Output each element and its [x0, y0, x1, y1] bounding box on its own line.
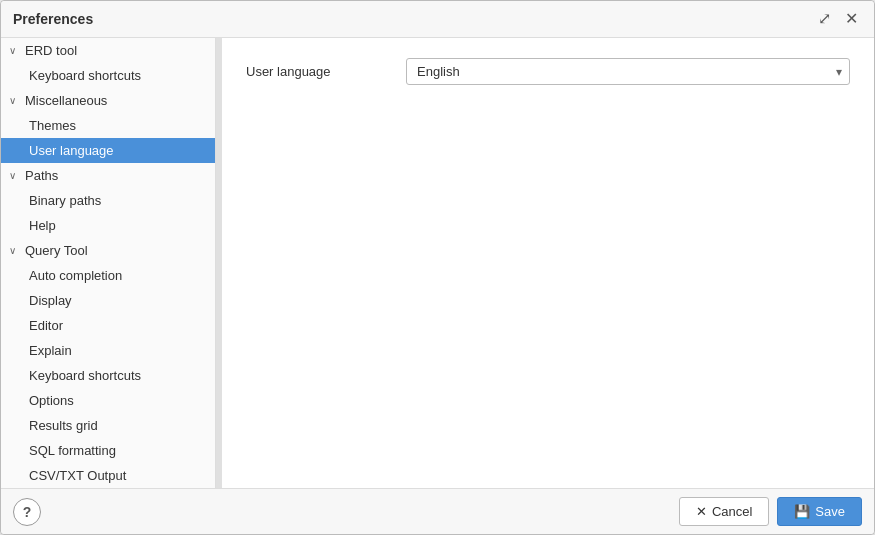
sidebar-item-label: Explain	[29, 343, 72, 358]
sidebar-item-auto-completion[interactable]: Auto completion	[1, 263, 215, 288]
language-select-wrapper: EnglishFrenchGermanSpanishJapaneseChines…	[406, 58, 850, 85]
sidebar-item-erd-keyboard-shortcuts[interactable]: Keyboard shortcuts	[1, 63, 215, 88]
cancel-button[interactable]: ✕ Cancel	[679, 497, 769, 526]
sidebar-item-label: Help	[29, 218, 56, 233]
save-button[interactable]: 💾 Save	[777, 497, 862, 526]
sidebar-item-sql-formatting[interactable]: SQL formatting	[1, 438, 215, 463]
preferences-dialog: Preferences ⤢ ✕ ∨ERD toolKeyboard shortc…	[0, 0, 875, 535]
user-language-label: User language	[246, 64, 406, 79]
sidebar-item-paths[interactable]: ∨Paths	[1, 163, 215, 188]
sidebar-item-erd-tool[interactable]: ∨ERD tool	[1, 38, 215, 63]
sidebar-item-miscellaneous[interactable]: ∨Miscellaneous	[1, 88, 215, 113]
sidebar-item-help[interactable]: Help	[1, 213, 215, 238]
sidebar-item-themes[interactable]: Themes	[1, 113, 215, 138]
dialog-header: Preferences ⤢ ✕	[1, 1, 874, 38]
chevron-icon: ∨	[9, 245, 23, 256]
sidebar-item-explain[interactable]: Explain	[1, 338, 215, 363]
header-icons: ⤢ ✕	[814, 9, 862, 29]
help-button[interactable]: ?	[13, 498, 41, 526]
footer-actions: ✕ Cancel 💾 Save	[679, 497, 862, 526]
sidebar-item-label: Keyboard shortcuts	[29, 368, 141, 383]
sidebar-item-results-grid[interactable]: Results grid	[1, 413, 215, 438]
chevron-icon: ∨	[9, 95, 23, 106]
chevron-icon: ∨	[9, 170, 23, 181]
sidebar-item-label: Editor	[29, 318, 63, 333]
sidebar-item-user-language[interactable]: User language	[1, 138, 215, 163]
sidebar-item-binary-paths[interactable]: Binary paths	[1, 188, 215, 213]
dialog-title: Preferences	[13, 11, 93, 27]
dialog-footer: ? ✕ Cancel 💾 Save	[1, 488, 874, 534]
sidebar-item-label: User language	[29, 143, 114, 158]
sidebar-item-label: Query Tool	[25, 243, 88, 258]
sidebar-item-query-keyboard-shortcuts[interactable]: Keyboard shortcuts	[1, 363, 215, 388]
sidebar-item-label: Display	[29, 293, 72, 308]
sidebar-item-csv-txt-output[interactable]: CSV/TXT Output	[1, 463, 215, 488]
sidebar-item-label: Miscellaneous	[25, 93, 107, 108]
cancel-label: Cancel	[712, 504, 752, 519]
cancel-icon: ✕	[696, 504, 707, 519]
sidebar-item-label: Results grid	[29, 418, 98, 433]
sidebar-item-label: Themes	[29, 118, 76, 133]
sidebar-item-label: Keyboard shortcuts	[29, 68, 141, 83]
sidebar-item-label: CSV/TXT Output	[29, 468, 126, 483]
sidebar-item-query-tool[interactable]: ∨Query Tool	[1, 238, 215, 263]
sidebar-item-editor[interactable]: Editor	[1, 313, 215, 338]
language-select[interactable]: EnglishFrenchGermanSpanishJapaneseChines…	[406, 58, 850, 85]
chevron-icon: ∨	[9, 45, 23, 56]
dialog-body: ∨ERD toolKeyboard shortcuts∨Miscellaneou…	[1, 38, 874, 488]
user-language-row: User language EnglishFrenchGermanSpanish…	[246, 58, 850, 85]
sidebar-item-label: Auto completion	[29, 268, 122, 283]
sidebar-item-display[interactable]: Display	[1, 288, 215, 313]
save-icon: 💾	[794, 504, 810, 519]
sidebar-item-label: Paths	[25, 168, 58, 183]
sidebar-item-label: SQL formatting	[29, 443, 116, 458]
sidebar-item-label: ERD tool	[25, 43, 77, 58]
sidebar-item-label: Options	[29, 393, 74, 408]
save-label: Save	[815, 504, 845, 519]
sidebar: ∨ERD toolKeyboard shortcuts∨Miscellaneou…	[1, 38, 216, 488]
expand-button[interactable]: ⤢	[814, 9, 835, 29]
sidebar-item-options[interactable]: Options	[1, 388, 215, 413]
close-button[interactable]: ✕	[841, 9, 862, 29]
main-content: User language EnglishFrenchGermanSpanish…	[222, 38, 874, 488]
sidebar-item-label: Binary paths	[29, 193, 101, 208]
